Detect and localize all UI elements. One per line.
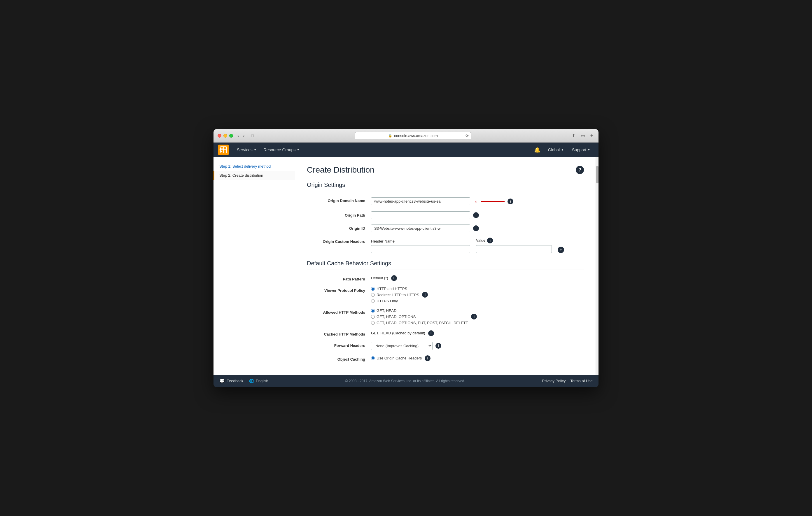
origin-id-row: Origin ID i bbox=[307, 224, 584, 232]
share-button[interactable]: ⬆ bbox=[570, 132, 577, 139]
path-pattern-info-icon[interactable]: i bbox=[391, 275, 397, 281]
origin-domain-name-label: Origin Domain Name bbox=[307, 197, 371, 203]
cached-http-methods-value: GET, HEAD (Cached by default) bbox=[371, 331, 425, 335]
minimize-button[interactable] bbox=[224, 134, 227, 138]
origin-id-input[interactable] bbox=[371, 224, 470, 232]
origin-domain-info-icon[interactable]: i bbox=[508, 199, 513, 204]
notifications-icon[interactable]: 🔔 bbox=[531, 147, 543, 153]
language-button[interactable]: 🌐 English bbox=[249, 379, 268, 383]
lock-icon: 🔒 bbox=[388, 134, 392, 138]
viewer-protocol-option-1[interactable]: HTTP and HTTPS bbox=[371, 286, 419, 291]
new-tab-button[interactable]: + bbox=[589, 132, 594, 139]
viewer-protocol-radio-1[interactable] bbox=[371, 287, 375, 291]
window-button[interactable]: ▭ bbox=[579, 132, 586, 139]
allowed-http-info-icon[interactable]: i bbox=[471, 314, 477, 320]
viewer-protocol-info-icon[interactable]: i bbox=[422, 292, 428, 298]
copyright-text: © 2008 - 2017, Amazon Web Services, Inc.… bbox=[274, 379, 536, 383]
object-caching-radio[interactable] bbox=[371, 356, 375, 360]
allowed-http-option-1[interactable]: GET, HEAD bbox=[371, 308, 468, 313]
global-label: Global bbox=[548, 148, 560, 152]
header-name-sub-label: Header Name bbox=[371, 239, 470, 243]
traffic-lights bbox=[218, 134, 233, 138]
header-name-column: Header Name bbox=[371, 239, 470, 253]
support-label: Support bbox=[572, 148, 586, 152]
cached-http-methods-row: Cached HTTP Methods GET, HEAD (Cached by… bbox=[307, 330, 584, 336]
resource-groups-nav-item[interactable]: Resource Groups ▼ bbox=[260, 143, 303, 157]
path-pattern-label: Path Pattern bbox=[307, 275, 371, 281]
add-header-button[interactable]: + bbox=[558, 247, 564, 253]
allowed-http-methods-row: Allowed HTTP Methods GET, HEAD GET, HEAD… bbox=[307, 308, 584, 325]
help-icon[interactable]: ? bbox=[576, 166, 584, 174]
browser-actions: ⬆ ▭ + bbox=[570, 132, 594, 139]
url-box[interactable]: 🔒 console.aws.amazon.com ⟳ bbox=[355, 132, 471, 139]
privacy-policy-link[interactable]: Privacy Policy bbox=[542, 379, 566, 383]
allowed-http-radio-1[interactable] bbox=[371, 309, 375, 312]
page-header: Create Distribution ? bbox=[307, 165, 584, 175]
sidebar-step2-label: Step 2: Create distribution bbox=[219, 173, 263, 178]
allowed-http-radio-2[interactable] bbox=[371, 315, 375, 318]
value-info-icon[interactable]: i bbox=[487, 238, 493, 243]
origin-domain-name-input[interactable] bbox=[371, 198, 470, 205]
feedback-button[interactable]: 💬 Feedback bbox=[219, 378, 243, 384]
allowed-http-radio-3[interactable] bbox=[371, 321, 375, 325]
allowed-http-option-3[interactable]: GET, HEAD, OPTIONS, PUT, POST, PATCH, DE… bbox=[371, 321, 468, 325]
viewer-protocol-radio-2[interactable] bbox=[371, 293, 375, 297]
footer-links: Privacy Policy Terms of Use bbox=[542, 379, 593, 383]
terms-of-use-link[interactable]: Terms of Use bbox=[570, 379, 593, 383]
origin-domain-name-row: Origin Domain Name ← i bbox=[307, 197, 584, 206]
origin-path-info-icon[interactable]: i bbox=[473, 212, 479, 218]
page-content-wrapper: Create Distribution ? Origin Settings Or… bbox=[295, 157, 599, 375]
sidebar-step2[interactable]: Step 2: Create distribution bbox=[213, 171, 295, 180]
viewer-protocol-policy-label: Viewer Protocol Policy bbox=[307, 286, 371, 293]
cached-http-methods-label: Cached HTTP Methods bbox=[307, 330, 371, 336]
value-input[interactable] bbox=[476, 245, 552, 253]
nav-buttons: ‹ › bbox=[236, 132, 246, 139]
main-content: Step 1: Select delivery method Step 2: C… bbox=[213, 157, 599, 375]
origin-settings-title: Origin Settings bbox=[307, 182, 584, 191]
arrow-annotation: ← bbox=[473, 197, 504, 206]
object-caching-info-icon[interactable]: i bbox=[425, 355, 431, 361]
maximize-button[interactable] bbox=[229, 134, 233, 138]
viewer-protocol-radio-3[interactable] bbox=[371, 299, 375, 303]
object-caching-label: Object Caching bbox=[307, 355, 371, 362]
support-nav-item[interactable]: Support ▼ bbox=[569, 143, 594, 157]
aws-logo: € bbox=[218, 145, 229, 155]
scrollbar-track[interactable] bbox=[596, 157, 599, 375]
sidebar-step1-label: Step 1: Select delivery method bbox=[219, 164, 271, 169]
services-nav-item[interactable]: Services ▼ bbox=[233, 143, 260, 157]
allowed-http-methods-field: GET, HEAD GET, HEAD, OPTIONS GET, HEAD, … bbox=[371, 308, 584, 325]
header-name-input[interactable] bbox=[371, 245, 470, 253]
viewer-protocol-policy-field: HTTP and HTTPS Redirect HTTP to HTTPS HT… bbox=[371, 286, 584, 303]
viewer-protocol-option-3[interactable]: HTTPS Only bbox=[371, 299, 419, 303]
origin-path-input[interactable] bbox=[371, 211, 470, 219]
forward-button[interactable]: › bbox=[241, 132, 246, 139]
sidebar-step1[interactable]: Step 1: Select delivery method bbox=[213, 162, 295, 171]
forward-headers-select[interactable]: None (Improves Caching) Whitelist All bbox=[371, 342, 433, 350]
forward-headers-info-icon[interactable]: i bbox=[435, 343, 441, 349]
feedback-bubble-icon: 💬 bbox=[219, 378, 225, 384]
object-caching-option[interactable]: Use Origin Cache Headers bbox=[371, 356, 422, 360]
address-bar: 🔒 console.aws.amazon.com ⟳ bbox=[259, 132, 567, 139]
global-nav-item[interactable]: Global ▼ bbox=[545, 143, 567, 157]
aws-nav: € Services ▼ Resource Groups ▼ 🔔 Global … bbox=[213, 143, 599, 157]
allowed-http-option-2[interactable]: GET, HEAD, OPTIONS bbox=[371, 314, 468, 319]
cached-http-methods-info-icon[interactable]: i bbox=[428, 330, 434, 336]
scrollbar-thumb[interactable] bbox=[596, 166, 599, 183]
origin-id-field: i bbox=[371, 224, 584, 232]
viewer-protocol-policy-row: Viewer Protocol Policy HTTP and HTTPS Re… bbox=[307, 286, 584, 303]
path-pattern-field: Default (*) i bbox=[371, 275, 584, 281]
origin-id-info-icon[interactable]: i bbox=[473, 225, 479, 231]
english-label: English bbox=[256, 379, 268, 383]
footer: 💬 Feedback 🌐 English © 2008 - 2017, Amaz… bbox=[213, 375, 599, 387]
origin-custom-headers-row: Origin Custom Headers Header Name Value … bbox=[307, 238, 584, 253]
viewer-protocol-option-2[interactable]: Redirect HTTP to HTTPS bbox=[371, 293, 419, 297]
tab-view-button[interactable]: ◻ bbox=[249, 133, 256, 139]
reload-icon[interactable]: ⟳ bbox=[465, 133, 469, 138]
allowed-http-methods-label: Allowed HTTP Methods bbox=[307, 308, 371, 314]
close-button[interactable] bbox=[218, 134, 221, 138]
svg-text:€: € bbox=[220, 147, 223, 153]
browser-titlebar: ‹ › ◻ 🔒 console.aws.amazon.com ⟳ ⬆ ▭ + bbox=[213, 129, 599, 143]
feedback-label: Feedback bbox=[227, 379, 243, 383]
back-button[interactable]: ‹ bbox=[236, 132, 240, 139]
support-chevron: ▼ bbox=[587, 148, 590, 151]
